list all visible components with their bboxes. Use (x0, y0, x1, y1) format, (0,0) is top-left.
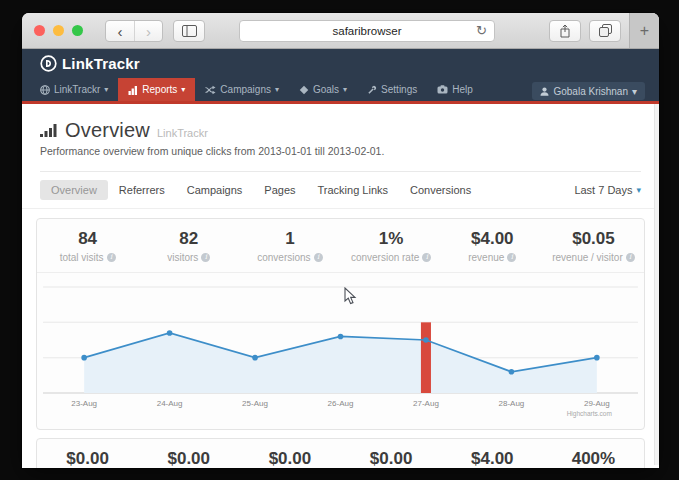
user-menu[interactable]: Gobala Krishnan ▾ (532, 82, 645, 100)
browser-window: ‹ › safaribrowser ↻ + (22, 13, 659, 468)
wrench-icon (367, 85, 377, 95)
stat-cpa: $0.00cpai (341, 449, 442, 468)
overview-chart-icon (40, 123, 58, 138)
stat-value: $0.00 (37, 449, 138, 468)
stat-value: $0.00 (239, 449, 340, 468)
date-range-label: Last 7 Days (574, 184, 632, 196)
date-range-selector[interactable]: Last 7 Days ▾ (574, 184, 641, 196)
brand-name: LinkTrackr (62, 55, 140, 72)
nav-label: Help (452, 84, 473, 95)
page-content: Overview LinkTrackr Performance overview… (22, 104, 659, 465)
page-subtitle: Performance overview from unique clicks … (40, 145, 641, 157)
scrollbar-track[interactable] (654, 104, 659, 465)
browser-toolbar: ‹ › safaribrowser ↻ + (22, 13, 659, 49)
nav-item-goals[interactable]: Goals ▾ (289, 78, 357, 101)
visits-panel: 84total visitsi82visitorsi1conversionsi1… (36, 218, 645, 430)
nav-label: LinkTrackr (54, 84, 100, 95)
x-axis-tick-label: 24-Aug (157, 399, 183, 408)
stat-roi: 400%roii (543, 449, 644, 468)
nav-label: Reports (142, 84, 177, 95)
share-button[interactable] (549, 20, 581, 42)
x-axis-tick-label: 27-Aug (413, 399, 439, 408)
nav-item-help[interactable]: Help (427, 78, 483, 101)
stat-value: $4.00 (442, 229, 543, 249)
stat-value: 82 (138, 229, 239, 249)
stat-label: revenue / visitori (543, 252, 644, 263)
stat-value: 1 (239, 229, 340, 249)
shuffle-icon (205, 85, 216, 95)
stat-value: $4.00 (442, 449, 543, 468)
nav-label: Settings (381, 84, 417, 95)
tab-campaigns[interactable]: Campaigns (176, 180, 254, 200)
info-icon[interactable]: i (201, 253, 210, 262)
nav-item-linktrackr[interactable]: LinkTrackr ▾ (30, 78, 118, 101)
user-icon (540, 87, 549, 96)
close-window-button[interactable] (34, 25, 45, 36)
visits-chart-wrap: 23-Aug24-Aug25-Aug26-Aug27-Aug28-Aug29-A… (37, 273, 644, 429)
visits-chart[interactable]: 23-Aug24-Aug25-Aug26-Aug27-Aug28-Aug29-A… (39, 275, 642, 425)
info-icon[interactable]: i (107, 253, 116, 262)
x-axis-tick-label: 26-Aug (328, 399, 354, 408)
nav-item-reports[interactable]: Reports ▾ (118, 78, 195, 101)
info-icon[interactable]: i (422, 253, 431, 262)
brand[interactable]: LinkTrackr (40, 55, 140, 72)
stat-conversion-rate: 1%conversion ratei (341, 229, 442, 263)
stat-value: $0.00 (341, 449, 442, 468)
stat-total-cost: $0.00total costi (37, 449, 138, 468)
stat-conversions: 1conversionsi (239, 229, 340, 263)
x-axis-tick-label: 29-Aug (584, 399, 610, 408)
nav-label: Campaigns (220, 84, 271, 95)
page-head: Overview LinkTrackr Performance overview… (22, 104, 659, 172)
chevron-down-icon: ▾ (632, 86, 637, 97)
back-button[interactable]: ‹ (106, 21, 134, 42)
bar-chart-icon (128, 85, 138, 95)
stat-value: 400% (543, 449, 644, 468)
bottom-stats-row: $0.00total costi$0.00cost / visiti$0.00c… (37, 439, 644, 468)
tab-tracking-links[interactable]: Tracking Links (307, 180, 400, 200)
chevron-down-icon: ▾ (636, 185, 641, 195)
stat-label: visitorsi (138, 252, 239, 263)
stat-profit: $4.00profiti (442, 449, 543, 468)
page-title-suffix: LinkTrackr (157, 127, 208, 139)
chevron-down-icon: ▾ (181, 85, 185, 94)
tab-overview-button[interactable] (589, 20, 621, 42)
stat-revenue: $4.00revenuei (442, 229, 543, 263)
nav-item-campaigns[interactable]: Campaigns ▾ (195, 78, 289, 101)
new-tab-button[interactable]: + (629, 13, 659, 48)
stat-label: total visitsi (37, 252, 138, 263)
tab-conversions[interactable]: Conversions (399, 180, 482, 200)
nav-item-settings[interactable]: Settings (357, 78, 427, 101)
tabs-icon (599, 24, 612, 37)
zoom-window-button[interactable] (72, 25, 83, 36)
window-controls (34, 25, 83, 36)
stat-value: $0.00 (138, 449, 239, 468)
address-bar[interactable]: safaribrowser ↻ (239, 20, 495, 42)
stat-total-visits: 84total visitsi (37, 229, 138, 263)
stat-value: 1% (341, 229, 442, 249)
chart-credit: Highcharts.com (567, 410, 612, 418)
top-stats-row: 84total visitsi82visitorsi1conversionsi1… (37, 219, 644, 273)
tab-overview[interactable]: Overview (40, 180, 108, 200)
info-icon[interactable]: i (314, 253, 323, 262)
stat-cost-day: $0.00cost / dayi (239, 449, 340, 468)
tab-pages[interactable]: Pages (253, 180, 306, 200)
nav-label: Goals (313, 84, 339, 95)
x-axis-tick-label: 25-Aug (242, 399, 268, 408)
refresh-icon[interactable]: ↻ (476, 24, 487, 37)
sidebar-icon (182, 25, 197, 37)
stat-label: revenuei (442, 252, 543, 263)
page-title: Overview (65, 119, 150, 142)
stat-cost-visit: $0.00cost / visiti (138, 449, 239, 468)
sidebar-toggle-button[interactable] (173, 20, 205, 42)
tab-referrers[interactable]: Referrers (108, 180, 176, 200)
mouse-cursor (344, 287, 358, 305)
forward-button[interactable]: › (134, 21, 162, 42)
minimize-window-button[interactable] (53, 25, 64, 36)
info-icon[interactable]: i (507, 253, 516, 262)
x-axis-tick-label: 28-Aug (498, 399, 524, 408)
info-icon[interactable]: i (626, 253, 635, 262)
stat-value: $0.05 (543, 229, 644, 249)
diamond-icon (299, 85, 309, 95)
chevron-down-icon: ▾ (275, 85, 279, 94)
stat-label: conversionsi (239, 252, 340, 263)
